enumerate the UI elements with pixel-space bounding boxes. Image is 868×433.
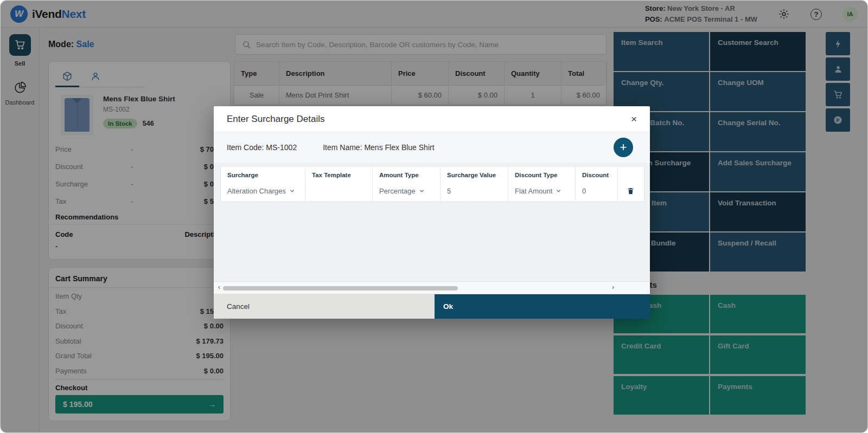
discount-value-text: 0 [582,187,586,195]
chevron-down-icon [556,189,561,193]
surcharge-value-input[interactable]: 5 [441,183,508,202]
discount-type-select[interactable]: Flat Amount [508,183,576,202]
surcharge-select-value: Alteration Charges [227,187,286,195]
amount-type-value: Percentage [379,187,416,195]
modal-title: Enter Surcharge Details [227,114,324,125]
surcharge-select[interactable]: Alteration Charges [221,183,305,202]
add-surcharge-button[interactable]: + [614,138,633,157]
col-amount-type: Amount Type [373,166,441,183]
modal-item-code: Item Code: MS-1002 [227,143,297,152]
surcharge-table-row: Alteration Charges Percentage 5 Flat Amo… [221,183,644,202]
cancel-button[interactable]: Cancel [214,294,435,319]
scroll-left-arrow[interactable]: ‹ [218,283,220,291]
col-tax-template: Tax Template [305,166,373,183]
scroll-right-arrow[interactable]: › [612,283,614,291]
discount-type-value: Flat Amount [515,187,552,195]
surcharge-table-header: Surcharge Tax Template Amount Type Surch… [221,166,644,183]
ok-button[interactable]: Ok [435,294,650,319]
trash-icon [627,187,635,195]
pos-app: W iVendNext Store: New York Store - AR P… [0,0,868,433]
delete-row-button[interactable] [618,183,643,202]
col-surcharge: Surcharge [221,166,305,183]
close-icon[interactable]: × [631,114,637,124]
col-surcharge-value: Surcharge Value [441,166,508,183]
discount-input[interactable]: 0 [576,183,618,202]
col-discount: Discount [576,166,618,183]
tax-template-cell[interactable] [305,183,373,202]
amount-type-select[interactable]: Percentage [373,183,441,202]
surcharge-value-text: 5 [447,187,451,195]
col-actions [618,166,643,183]
surcharge-modal: Enter Surcharge Details × Item Code: MS-… [214,106,650,319]
scrollbar-thumb[interactable] [223,286,458,290]
chevron-down-icon [290,189,295,193]
modal-item-name: Item Name: Mens Flex Blue Shirt [323,143,434,152]
horizontal-scrollbar: ‹ › [214,281,650,294]
chevron-down-icon [419,189,424,193]
col-discount-type: Discount Type [508,166,576,183]
surcharge-table: Surcharge Tax Template Amount Type Surch… [220,166,644,202]
